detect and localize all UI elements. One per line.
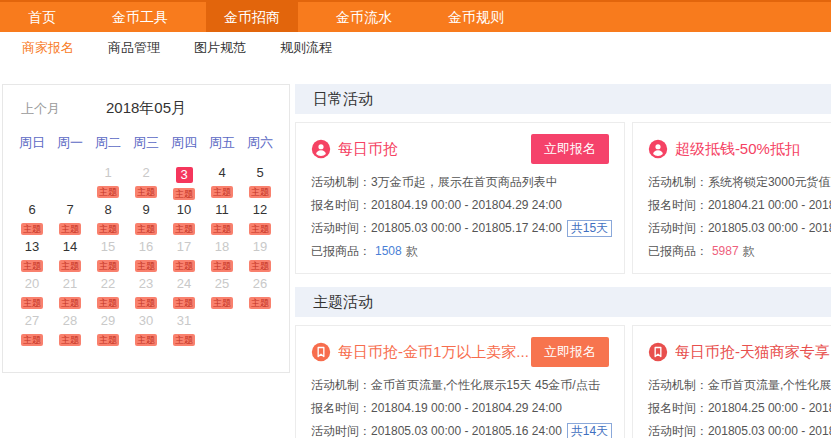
calendar-day-number[interactable]: 28: [51, 313, 89, 329]
activity-mechanism: 活动机制：3万金币起，展示在首页商品列表中: [311, 174, 609, 191]
calendar-day-cell: 9主题: [127, 202, 165, 233]
calendar-day-cell: 17主题: [165, 239, 203, 270]
calendar-day-number[interactable]: 2: [127, 165, 165, 181]
user-icon: [311, 139, 331, 159]
calendar-day-number[interactable]: 29: [89, 313, 127, 329]
subnav-item-rules-flow[interactable]: 规则流程: [280, 39, 332, 57]
calendar-day-number[interactable]: 31: [165, 313, 203, 329]
signup-now-button[interactable]: 立即报名: [531, 337, 609, 367]
calendar-day-number[interactable]: 23: [127, 276, 165, 292]
nav-item-home[interactable]: 首页: [10, 2, 74, 32]
activity-card-coin-grab-tmall: 每日币抢-天猫商家专享 已结束 活动机制：金币首页流量,个性化展示15天 45金…: [632, 325, 831, 438]
products-count-link[interactable]: 5987: [712, 244, 739, 258]
theme-badge: 主题: [249, 186, 271, 198]
calendar-day-number[interactable]: 18: [203, 239, 241, 255]
calendar-day-number[interactable]: 27: [13, 313, 51, 329]
calendar-day-cell: 26主题: [241, 276, 279, 307]
prev-month-button[interactable]: 上个月: [21, 100, 60, 118]
activity-mechanism: 活动机制：系统将锁定3000元货值商品，金币50%抵扣: [648, 174, 831, 191]
calendar-day-number[interactable]: 7: [51, 202, 89, 218]
activity-card-super-discount: 超级抵钱-50%抵扣 已结束 活动机制：系统将锁定3000元货值商品，金币50%…: [632, 122, 831, 274]
calendar-day-number[interactable]: 16: [127, 239, 165, 255]
subnav-item-image-specs[interactable]: 图片规范: [194, 39, 246, 57]
calendar-day-number[interactable]: 11: [203, 202, 241, 218]
theme-badge: 主题: [173, 188, 195, 200]
theme-cards-row: 每日币抢-金币1万以上卖家... 立即报名 活动机制：金币首页流量,个性化展示1…: [295, 325, 831, 438]
section-daily-activities: 日常活动 每日币抢 立即报名 活动机制：3万金币起，展示在首页商品列表中 报名时…: [295, 84, 831, 274]
row-text: 报名时间：201804.19 00:00 - 201804.29 24:00: [311, 198, 562, 212]
calendar-day-cell: 10主题: [165, 202, 203, 233]
calendar-day-number[interactable]: 20: [13, 276, 51, 292]
nav-item-coin-tools[interactable]: 金币工具: [94, 2, 186, 32]
theme-badge: 主题: [135, 186, 157, 198]
calendar-day-cell: 1主题: [89, 165, 127, 196]
signup-time: 报名时间：201804.21 00:00 - 201804.27 24:00: [648, 197, 831, 214]
products-count-row: 已报商品：5987款: [648, 243, 831, 260]
calendar-day-selected[interactable]: 3: [176, 167, 193, 183]
calendar-day-cell: 29主题: [89, 313, 127, 344]
calendar-day-number[interactable]: 14: [51, 239, 89, 255]
calendar-day-number[interactable]: 6: [13, 202, 51, 218]
calendar-day-number[interactable]: 12: [241, 202, 279, 218]
calendar-day-number[interactable]: 19: [241, 239, 279, 255]
theme-badge: 主题: [59, 260, 81, 272]
calendar-day-cell: 27主题: [13, 313, 51, 344]
duration-badge: 共15天: [567, 220, 612, 237]
nav-item-coin-flow[interactable]: 金币流水: [318, 2, 410, 32]
activity-title: 每日币抢-天猫商家专享: [675, 343, 831, 362]
calendar-day-cell: 2主题: [127, 165, 165, 196]
calendar-day-number[interactable]: 15: [89, 239, 127, 255]
theme-badge: 主题: [97, 223, 119, 235]
theme-badge: 主题: [21, 334, 43, 346]
calendar-cell-empty: [13, 165, 51, 196]
theme-badge: 主题: [59, 223, 81, 235]
calendar-day-cell: 28主题: [51, 313, 89, 344]
calendar-grid: 1主题2主题3主题4主题5主题6主题7主题8主题9主题10主题11主题12主题1…: [3, 165, 289, 344]
card-header: 每日币抢 立即报名: [311, 134, 609, 164]
count-suffix: 款: [743, 244, 755, 258]
calendar-day-number[interactable]: 8: [89, 202, 127, 218]
calendar-day-number[interactable]: 30: [127, 313, 165, 329]
row-text: 活动机制：系统将锁定3000元货值商品，金币50%抵扣: [648, 175, 831, 189]
calendar-day-number[interactable]: 4: [203, 165, 241, 181]
row-text: 已报商品：: [311, 244, 371, 258]
row-text: 活动时间：201805.03 00:00 - 201805.05 24:00: [648, 424, 831, 438]
row-text: 活动时间：201805.03 00:00 - 201805.04 24:00: [648, 221, 831, 235]
calendar-day-number[interactable]: 1: [89, 165, 127, 181]
subnav-item-merchant-signup[interactable]: 商家报名: [22, 39, 74, 57]
calendar-day-number[interactable]: 26: [241, 276, 279, 292]
section-header-theme: 主题活动: [295, 287, 831, 317]
bookmark-icon: [311, 342, 331, 362]
activity-title: 超级抵钱-50%抵扣: [675, 140, 831, 159]
theme-badge: 主题: [97, 186, 119, 198]
theme-badge: 主题: [211, 186, 233, 198]
products-count-row: 已报商品：1508款: [311, 243, 609, 260]
calendar-day-number[interactable]: 13: [13, 239, 51, 255]
row-text: 已报商品：: [648, 244, 708, 258]
products-count-link[interactable]: 1508: [375, 244, 402, 258]
calendar-day-number[interactable]: 5: [241, 165, 279, 181]
activity-time: 活动时间：201805.03 00:00 - 201805.16 24:00共1…: [311, 423, 609, 438]
theme-badge: 主题: [211, 223, 233, 235]
row-text: 报名时间：201804.21 00:00 - 201804.27 24:00: [648, 198, 831, 212]
main-content: 上个月 2018年05月 周日 周一 周二 周三 周四 周五 周六 1主题2主题…: [0, 64, 831, 438]
calendar-day-cell: 18主题: [203, 239, 241, 270]
calendar-header: 上个月 2018年05月: [3, 99, 289, 121]
calendar-day-number[interactable]: 10: [165, 202, 203, 218]
nav-item-coin-merchants[interactable]: 金币招商: [206, 0, 298, 32]
signup-now-button[interactable]: 立即报名: [531, 134, 609, 164]
theme-badge: 主题: [211, 260, 233, 272]
theme-badge: 主题: [59, 334, 81, 346]
calendar-day-number[interactable]: 21: [51, 276, 89, 292]
calendar-day-cell: 21主题: [51, 276, 89, 307]
theme-badge: 主题: [249, 297, 271, 309]
calendar-day-number[interactable]: 9: [127, 202, 165, 218]
calendar-cell-empty: [241, 313, 279, 344]
calendar-cell-empty: [51, 165, 89, 196]
subnav-item-product-management[interactable]: 商品管理: [108, 39, 160, 57]
nav-item-coin-rules[interactable]: 金币规则: [430, 2, 522, 32]
calendar-day-number[interactable]: 25: [203, 276, 241, 292]
calendar-day-number[interactable]: 22: [89, 276, 127, 292]
calendar-day-number[interactable]: 17: [165, 239, 203, 255]
calendar-day-number[interactable]: 24: [165, 276, 203, 292]
